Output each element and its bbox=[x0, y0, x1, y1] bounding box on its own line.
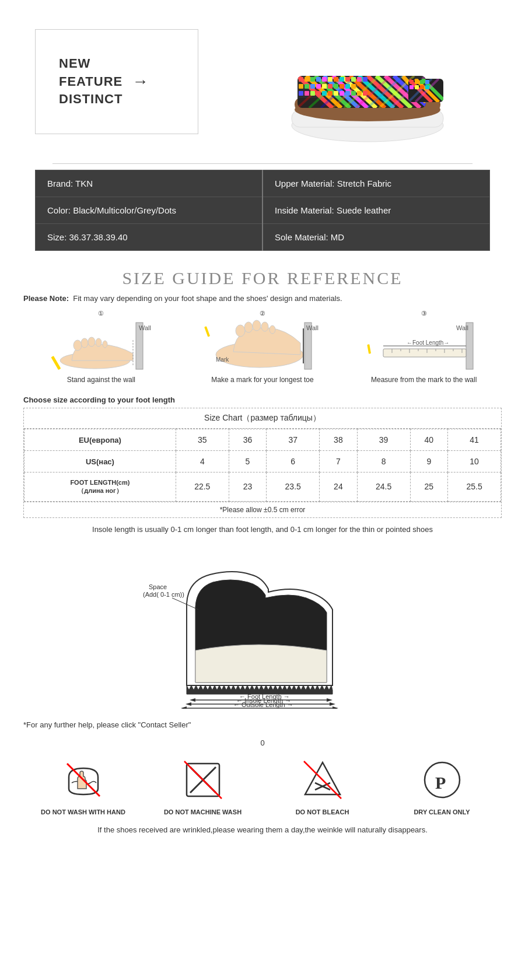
eu-36: 36 bbox=[229, 429, 267, 451]
color-cell: Color: Black/Multicolor/Grey/Dots bbox=[36, 197, 263, 224]
step2-label: Make a mark for your longest toe bbox=[185, 376, 341, 384]
us-9: 9 bbox=[410, 451, 448, 473]
inside-material-cell: Inside Material: Suede leather bbox=[262, 197, 490, 224]
size-chart-wrapper: Size Chart（размер таблицы） EU(европа) 35… bbox=[23, 408, 502, 518]
svg-rect-55 bbox=[328, 91, 332, 96]
sole-material-cell: Sole Material: MD bbox=[262, 224, 490, 251]
step3-num: ③ bbox=[346, 310, 502, 317]
fl-24.5: 24.5 bbox=[357, 473, 410, 502]
svg-point-92 bbox=[253, 320, 261, 331]
svg-rect-75 bbox=[420, 85, 424, 89]
svg-line-136 bbox=[304, 761, 341, 799]
fl-25.5: 25.5 bbox=[448, 473, 501, 502]
us-4: 4 bbox=[176, 451, 229, 473]
svg-rect-28 bbox=[299, 77, 303, 82]
feature-text: NEW FEATURE DISTINCT bbox=[59, 55, 123, 108]
eu-40: 40 bbox=[410, 429, 448, 451]
product-info-table: Brand: TKN Upper Material: Stretch Fabri… bbox=[35, 170, 490, 251]
no-machine-wash-icon bbox=[180, 757, 226, 803]
svg-rect-54 bbox=[322, 91, 327, 96]
us-6: 6 bbox=[267, 451, 320, 473]
svg-text:Wall: Wall bbox=[139, 324, 151, 331]
step1-label: Stand against the wall bbox=[23, 376, 179, 384]
size-guide-section: Please Note: Fit may vary depending on y… bbox=[23, 294, 502, 518]
size-guide-title: SIZE GUIDE FOR REFERENCE bbox=[0, 268, 525, 288]
svg-rect-49 bbox=[351, 84, 356, 89]
upper-material-cell: Upper Material: Stretch Fabric bbox=[262, 170, 490, 197]
svg-rect-30 bbox=[310, 77, 315, 82]
no-bleach-label: DO NOT BLEACH bbox=[262, 808, 382, 816]
svg-rect-60 bbox=[357, 91, 362, 96]
fl-24: 24 bbox=[320, 473, 358, 502]
top-section: NEW FEATURE DISTINCT → bbox=[0, 0, 525, 163]
dry-clean-label: DRY CLEAN ONLY bbox=[382, 808, 502, 816]
svg-text:(Add( 0-1 cm)): (Add( 0-1 cm)) bbox=[143, 591, 184, 598]
no-hand-wash-icon-item: DO NOT WASH WITH HAND bbox=[23, 757, 143, 816]
svg-rect-71 bbox=[420, 80, 424, 84]
svg-rect-100 bbox=[383, 349, 466, 357]
svg-rect-41 bbox=[304, 84, 309, 89]
step2-num: ② bbox=[185, 310, 341, 317]
svg-rect-44 bbox=[322, 84, 327, 89]
contact-note-text: *For any further help, please click "Con… bbox=[23, 720, 191, 729]
svg-point-90 bbox=[236, 325, 245, 337]
step3: ③ Wall bbox=[346, 310, 502, 384]
fl-23: 23 bbox=[229, 473, 267, 502]
svg-marker-118 bbox=[327, 698, 332, 702]
divider bbox=[52, 163, 473, 164]
svg-rect-59 bbox=[351, 91, 356, 96]
us-5: 5 bbox=[229, 451, 267, 473]
eu-35: 35 bbox=[176, 429, 229, 451]
final-note: If the shoes received are wrinkled,pleas… bbox=[47, 825, 478, 834]
us-8: 8 bbox=[357, 451, 410, 473]
fl-23.5: 23.5 bbox=[267, 473, 320, 502]
svg-point-94 bbox=[270, 326, 275, 334]
svg-point-82 bbox=[88, 337, 95, 346]
svg-rect-69 bbox=[410, 80, 414, 84]
svg-rect-50 bbox=[299, 91, 303, 96]
dry-clean-icon: P bbox=[419, 757, 466, 803]
eu-41: 41 bbox=[448, 429, 501, 451]
svg-text:P: P bbox=[435, 773, 446, 792]
svg-rect-58 bbox=[345, 91, 350, 96]
svg-rect-36 bbox=[345, 77, 350, 82]
step3-label: Measure from the mark to the wall bbox=[346, 376, 502, 384]
svg-rect-46 bbox=[334, 84, 338, 89]
svg-point-83 bbox=[96, 338, 102, 346]
sandal-image bbox=[222, 18, 490, 146]
svg-rect-39 bbox=[363, 77, 368, 82]
sandal-svg bbox=[251, 18, 461, 146]
svg-rect-74 bbox=[415, 85, 419, 89]
svg-rect-70 bbox=[415, 80, 419, 84]
shoe-diagram-svg: Space (Add( 0-1 cm)) ← Foot Length → ← I… bbox=[140, 545, 385, 709]
no-hand-wash-label: DO NOT WASH WITH HAND bbox=[23, 808, 143, 816]
svg-marker-126 bbox=[332, 706, 338, 709]
care-section: *For any further help, please click "Con… bbox=[23, 720, 502, 834]
svg-marker-117 bbox=[190, 698, 195, 702]
foot-length-header: FOOT LENGTH(cm)（длина ног） bbox=[24, 473, 176, 502]
contact-note: *For any further help, please click "Con… bbox=[23, 720, 502, 729]
eu-37: 37 bbox=[267, 429, 320, 451]
svg-rect-97 bbox=[204, 326, 210, 337]
choose-size-text: Choose size according to your foot lengt… bbox=[23, 396, 502, 404]
svg-marker-125 bbox=[181, 706, 187, 709]
foot-length-row: FOOT LENGTH(cm)（длина ног） 22.5 23 23.5 … bbox=[24, 473, 501, 502]
svg-rect-33 bbox=[328, 77, 332, 82]
svg-point-91 bbox=[244, 322, 253, 332]
no-machine-wash-label: DO NOT MACHINE WASH bbox=[143, 808, 262, 816]
svg-marker-122 bbox=[330, 702, 335, 706]
size-chart-note: *Please allow ±0.5 cm error bbox=[24, 502, 501, 517]
svg-rect-40 bbox=[299, 84, 303, 89]
svg-rect-112 bbox=[367, 344, 371, 354]
svg-text:← Outsole Length →: ← Outsole Length → bbox=[233, 701, 293, 708]
no-bleach-icon bbox=[299, 757, 346, 803]
svg-rect-48 bbox=[345, 84, 350, 89]
step2: ② Wall Mar bbox=[185, 310, 341, 384]
svg-rect-38 bbox=[357, 77, 362, 82]
svg-rect-61 bbox=[363, 91, 368, 96]
fl-25: 25 bbox=[410, 473, 448, 502]
svg-rect-53 bbox=[316, 91, 321, 96]
svg-text:Space: Space bbox=[149, 583, 167, 590]
step2-illustration: Wall Mark bbox=[185, 320, 341, 372]
step1-illustration: Wall bbox=[23, 320, 179, 372]
